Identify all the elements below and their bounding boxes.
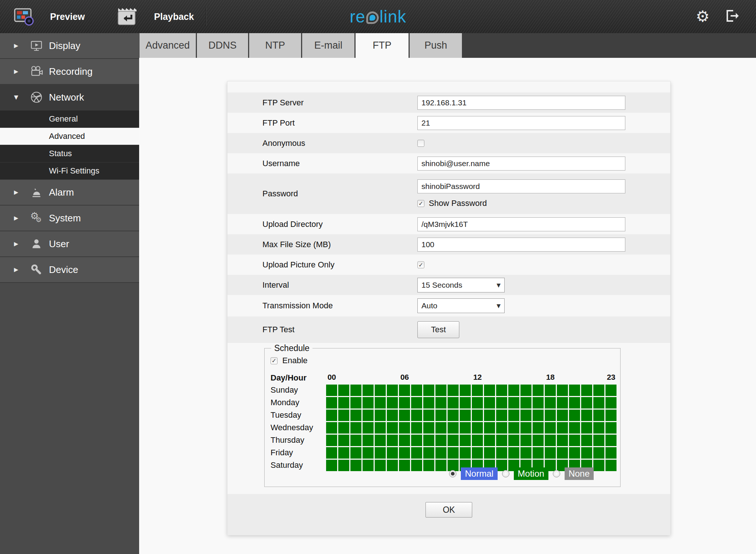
tab-ddns[interactable]: DDNS: [197, 33, 249, 58]
schedule-cell[interactable]: [435, 385, 446, 396]
schedule-cell[interactable]: [411, 447, 422, 459]
schedule-mode-chip-none[interactable]: None: [565, 467, 594, 480]
sidebar-item-network[interactable]: ▼Network: [0, 85, 139, 111]
schedule-cell[interactable]: [484, 397, 495, 409]
sidebar-item-system[interactable]: ▶⚙⚙System: [0, 206, 139, 231]
schedule-cell[interactable]: [545, 435, 556, 446]
ftp-server-input[interactable]: [417, 96, 625, 110]
schedule-cell[interactable]: [508, 397, 519, 409]
playback-nav-button[interactable]: Playback: [85, 7, 194, 27]
schedule-cell[interactable]: [326, 410, 337, 421]
schedule-cell[interactable]: [387, 385, 398, 396]
schedule-cell[interactable]: [399, 435, 410, 446]
sidebar-subitem-wi-fi-settings[interactable]: Wi-Fi Settings: [0, 162, 139, 180]
schedule-cell[interactable]: [375, 410, 386, 421]
schedule-cell[interactable]: [399, 410, 410, 421]
schedule-cell[interactable]: [557, 385, 568, 396]
schedule-cell[interactable]: [496, 435, 507, 446]
schedule-cell[interactable]: [593, 435, 604, 446]
schedule-cell[interactable]: [605, 422, 617, 434]
sidebar-item-alarm[interactable]: ▶Alarm: [0, 180, 139, 206]
schedule-cell[interactable]: [472, 447, 483, 459]
schedule-cell[interactable]: [435, 422, 446, 434]
sidebar-subitem-general[interactable]: General: [0, 111, 139, 128]
schedule-cell[interactable]: [423, 385, 434, 396]
schedule-cell[interactable]: [375, 422, 386, 434]
schedule-cell[interactable]: [472, 397, 483, 409]
schedule-cell[interactable]: [569, 435, 580, 446]
schedule-cell[interactable]: [326, 435, 337, 446]
schedule-cell[interactable]: [508, 385, 519, 396]
schedule-cell[interactable]: [326, 422, 337, 434]
schedule-cell[interactable]: [605, 410, 617, 421]
upload-directory-input[interactable]: [417, 217, 625, 231]
schedule-mode-chip-normal[interactable]: Normal: [461, 467, 497, 480]
schedule-cell[interactable]: [533, 385, 544, 396]
schedule-cell[interactable]: [387, 422, 398, 434]
schedule-cell[interactable]: [435, 460, 446, 471]
schedule-cell[interactable]: [399, 447, 410, 459]
schedule-cell[interactable]: [472, 385, 483, 396]
schedule-cell[interactable]: [472, 422, 483, 434]
schedule-cell[interactable]: [448, 422, 459, 434]
schedule-cell[interactable]: [605, 397, 617, 409]
schedule-cell[interactable]: [593, 422, 604, 434]
schedule-cell[interactable]: [448, 435, 459, 446]
schedule-cell[interactable]: [411, 410, 422, 421]
schedule-cell[interactable]: [460, 410, 471, 421]
schedule-cell[interactable]: [460, 422, 471, 434]
transmission-mode-select[interactable]: Auto ▼: [417, 298, 505, 313]
schedule-cell[interactable]: [496, 410, 507, 421]
tab-e-mail[interactable]: E-mail: [302, 33, 355, 58]
schedule-cell[interactable]: [593, 447, 604, 459]
schedule-cell[interactable]: [545, 422, 556, 434]
sidebar-subitem-status[interactable]: Status: [0, 145, 139, 162]
schedule-cell[interactable]: [508, 435, 519, 446]
schedule-cell[interactable]: [484, 435, 495, 446]
schedule-cell[interactable]: [581, 397, 592, 409]
schedule-cell[interactable]: [435, 410, 446, 421]
preview-nav-button[interactable]: Preview: [0, 7, 85, 26]
interval-select[interactable]: 15 Seconds ▼: [417, 278, 505, 292]
schedule-cell[interactable]: [508, 410, 519, 421]
sidebar-item-device[interactable]: ▶Device: [0, 257, 139, 283]
schedule-cell[interactable]: [350, 422, 361, 434]
schedule-cell[interactable]: [375, 447, 386, 459]
schedule-cell[interactable]: [569, 422, 580, 434]
schedule-cell[interactable]: [387, 410, 398, 421]
schedule-cell[interactable]: [581, 435, 592, 446]
schedule-cell[interactable]: [326, 447, 337, 459]
schedule-cell[interactable]: [338, 447, 349, 459]
schedule-cell[interactable]: [520, 397, 531, 409]
schedule-cell[interactable]: [399, 422, 410, 434]
schedule-cell[interactable]: [484, 385, 495, 396]
schedule-enable-checkbox[interactable]: [271, 357, 278, 364]
ok-button[interactable]: OK: [425, 502, 472, 518]
schedule-cell[interactable]: [605, 435, 617, 446]
anonymous-checkbox[interactable]: [417, 140, 424, 147]
schedule-cell[interactable]: [423, 460, 434, 471]
schedule-cell[interactable]: [350, 397, 361, 409]
schedule-cell[interactable]: [363, 410, 374, 421]
schedule-cell[interactable]: [593, 460, 604, 471]
schedule-cell[interactable]: [520, 435, 531, 446]
schedule-cell[interactable]: [411, 385, 422, 396]
schedule-cell[interactable]: [326, 460, 337, 471]
schedule-cell[interactable]: [593, 410, 604, 421]
schedule-cell[interactable]: [460, 397, 471, 409]
schedule-cell[interactable]: [411, 397, 422, 409]
settings-gear-icon[interactable]: ⚙: [696, 9, 710, 24]
schedule-cell[interactable]: [338, 422, 349, 434]
sidebar-item-user[interactable]: ▶User: [0, 231, 139, 257]
schedule-cell[interactable]: [605, 460, 617, 471]
schedule-cell[interactable]: [387, 397, 398, 409]
schedule-cell[interactable]: [363, 447, 374, 459]
sidebar-item-recording[interactable]: ▶Recording: [0, 59, 139, 85]
tab-push[interactable]: Push: [409, 33, 463, 58]
schedule-cell[interactable]: [363, 435, 374, 446]
schedule-cell[interactable]: [350, 385, 361, 396]
schedule-cell[interactable]: [411, 422, 422, 434]
schedule-cell[interactable]: [533, 397, 544, 409]
schedule-cell[interactable]: [387, 460, 398, 471]
schedule-cell[interactable]: [387, 447, 398, 459]
